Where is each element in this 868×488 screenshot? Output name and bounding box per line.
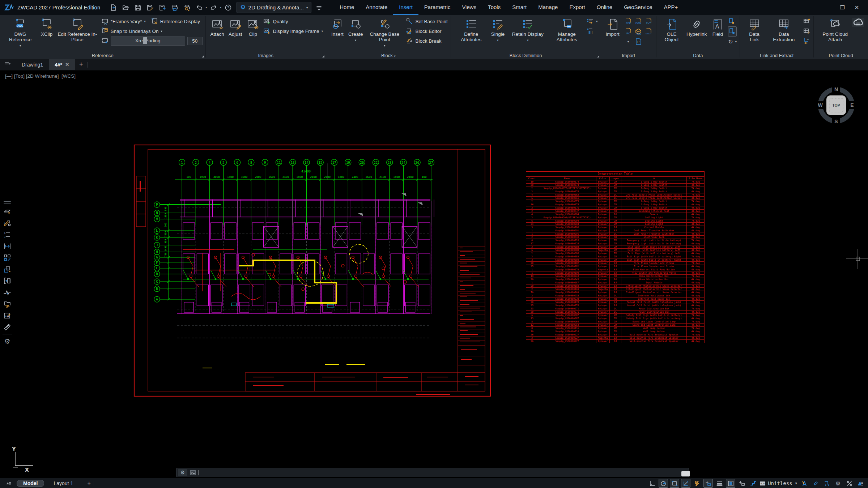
manage-attributes-button[interactable]: Manage Attributes (549, 17, 584, 43)
doc-tab-drawing1[interactable]: Drawing1 (16, 59, 49, 70)
status-settings-gear-icon[interactable]: ⚙ (833, 479, 843, 488)
import-pcg-icon[interactable]: P (634, 38, 642, 46)
width-dimension-tool-button[interactable] (3, 241, 12, 251)
clean-screen-button[interactable] (844, 479, 854, 488)
reference-display-button[interactable]: Reference Display (151, 17, 200, 26)
layout1-tab[interactable]: Layout 1 (47, 480, 80, 487)
block-panel-dropdown-icon[interactable]: ▾ (394, 54, 395, 58)
xref-notify-button[interactable] (811, 479, 820, 488)
import-step-icon[interactable]: STEP (644, 27, 652, 35)
quality-button[interactable]: Quality (263, 17, 323, 26)
layout-list-icon[interactable] (5, 480, 12, 487)
menu-views[interactable]: Views (456, 0, 482, 15)
menu-smart[interactable]: Smart (506, 0, 532, 15)
import-dgn-icon[interactable]: DGN (634, 17, 642, 25)
data-extraction-button[interactable]: Data Extraction (766, 17, 801, 43)
menu-tools[interactable]: Tools (482, 0, 506, 15)
snap-to-underlays-dropdown[interactable]: Snap to Underlays On▾ (101, 26, 203, 36)
command-expand-button[interactable] (681, 471, 690, 476)
import-button[interactable]: Import (604, 17, 621, 38)
undo-dropdown-icon[interactable]: ▾ (205, 6, 207, 9)
close-button[interactable]: ✕ (851, 2, 863, 13)
import-more-dropdown-icon[interactable]: ▾ (627, 40, 629, 43)
object-snap-tracking-toggle[interactable] (681, 479, 690, 488)
attach-image-button[interactable]: Attach (209, 17, 226, 38)
pgp-edit-tool-button[interactable]: PGP (3, 311, 12, 320)
extract-coordinates-button[interactable]: XY (803, 36, 810, 46)
define-attributes-button[interactable]: Define Attributes (454, 17, 489, 43)
toolbar-settings-gear-icon[interactable]: ⚙ (3, 337, 12, 346)
close-tab-icon[interactable]: ✕ (65, 62, 69, 67)
images-panel-expander-icon[interactable] (322, 55, 324, 57)
help-button[interactable]: ? (223, 3, 234, 13)
performance-monitor-button[interactable] (856, 479, 865, 488)
menu-insert[interactable]: Insert (393, 0, 418, 15)
attribute-list-dropdown[interactable]: ▾ (587, 17, 597, 26)
create-block-button[interactable]: Create▾ (346, 17, 365, 44)
polar-tracking-toggle[interactable] (659, 479, 668, 488)
clip-image-button[interactable]: Clip (244, 17, 261, 38)
set-base-point-button[interactable]: Set Base Point (406, 17, 447, 26)
open-file-button[interactable] (120, 3, 131, 13)
menu-export[interactable]: Export (563, 0, 591, 15)
edit-reference-button[interactable]: Edit Reference In-Place (56, 17, 99, 43)
ortho-toggle[interactable] (647, 479, 657, 488)
menu-app-plus[interactable]: APP+ (658, 0, 684, 15)
block-break-button[interactable]: Block Break (406, 36, 447, 46)
command-settings-gear-icon[interactable]: ⚙ (178, 469, 187, 476)
undo-button[interactable] (194, 3, 205, 13)
match-blocks-tool-button[interactable] (3, 253, 12, 262)
import-ifc-icon[interactable]: IFC (624, 27, 632, 35)
dwg-reference-button[interactable]: DWG DWG Reference▾ (3, 17, 38, 50)
menu-annotate[interactable]: Annotate (360, 0, 393, 15)
folder-transfer-tool-button[interactable] (3, 299, 12, 308)
flatten-tool-button[interactable] (3, 207, 12, 216)
retain-display-button[interactable]: Retain Display▾ (507, 17, 548, 44)
menu-manage[interactable]: Manage (532, 0, 563, 15)
measure-tool-button[interactable] (3, 322, 12, 331)
attribute-sync-button[interactable] (587, 26, 597, 36)
overlap-rectangles-tool-button[interactable] (3, 265, 12, 274)
hyperlink-button[interactable]: Hyperlink (685, 17, 709, 38)
save-button[interactable] (132, 3, 143, 13)
single-attribute-button[interactable]: Single▾ (489, 17, 507, 44)
block-definition-panel-expander-icon[interactable] (597, 55, 599, 57)
annotation-scale-button[interactable] (800, 479, 809, 488)
adjust-image-button[interactable]: Adjust (227, 17, 244, 38)
frames-vary-dropdown[interactable]: (x) *Frames Vary*▾ (101, 17, 146, 26)
save-all-button[interactable] (157, 3, 168, 13)
add-selected-toggle[interactable] (737, 479, 746, 488)
block-editor-button[interactable]: Block Editor (406, 26, 447, 36)
import-pdf-icon[interactable]: PDF (624, 17, 632, 25)
download-data-link-button[interactable] (803, 26, 810, 36)
menu-online[interactable]: Online (591, 0, 618, 15)
upload-data-link-button[interactable] (803, 17, 810, 26)
field-refresh-dropdown[interactable]: ↻▾ (728, 37, 737, 46)
new-document-tab-button[interactable]: + (79, 61, 83, 68)
reference-panel-expander-icon[interactable] (202, 55, 204, 57)
viewcube[interactable]: NSWETOP (816, 85, 856, 125)
redo-dropdown-icon[interactable]: ▾ (220, 6, 221, 9)
doc-tab-4[interactable]: 4#*✕ (49, 59, 75, 70)
data-link-button[interactable]: Data Link (743, 17, 766, 43)
cloud-sync-button[interactable] (852, 18, 864, 27)
command-bar[interactable]: ⚙ (176, 468, 689, 477)
import-rvt-icon[interactable]: RVT (644, 17, 652, 25)
dynamic-input-toggle[interactable] (703, 479, 713, 488)
workspace-switcher[interactable]: ⚙ 2D Drafting & Annota... ▾ (237, 2, 311, 13)
xclip-button[interactable]: XClip (38, 17, 55, 38)
menu-geoservice[interactable]: GeoService (618, 0, 658, 15)
drawing-viewport[interactable]: 1245689111314151719202223242627100190030… (0, 0, 868, 488)
redo-button[interactable] (208, 3, 219, 13)
document-list-icon[interactable] (4, 61, 11, 68)
units-control[interactable]: 0.0 Unitless ▼ (760, 480, 798, 487)
menu-parametric[interactable]: Parametric (418, 0, 456, 15)
save-as-button[interactable] (145, 3, 156, 13)
insert-block-button[interactable]: Insert (329, 17, 346, 38)
signal-polyline-tool-button[interactable] (3, 288, 12, 297)
quick-input-toggle[interactable] (692, 479, 702, 488)
ole-object-button[interactable]: OLE Object (659, 17, 684, 43)
xref-fading-slider[interactable]: Xref Fading (111, 37, 185, 46)
plot-button[interactable] (169, 3, 180, 13)
field-button[interactable]: A Field (709, 17, 726, 38)
